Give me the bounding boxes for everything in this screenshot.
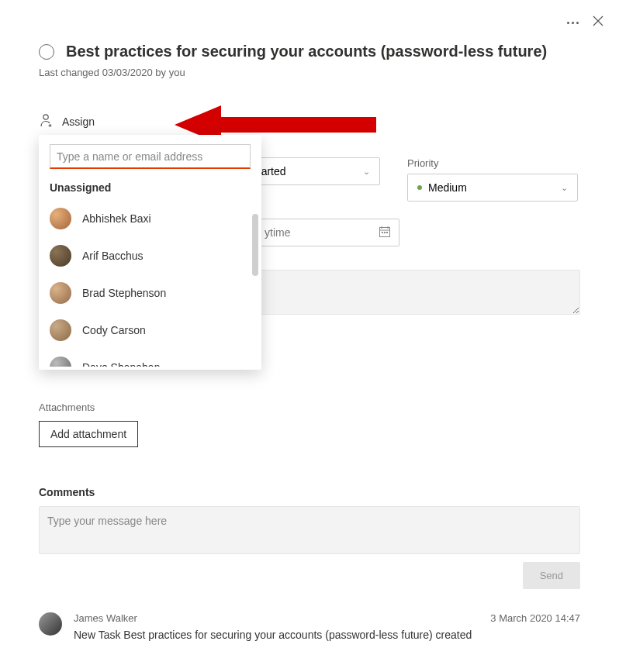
- assign-person-item[interactable]: Arif Bacchus: [39, 237, 261, 274]
- person-name: Cody Carson: [82, 324, 146, 336]
- task-title: Best practices for securing your account…: [66, 43, 547, 60]
- svg-rect-5: [386, 232, 388, 233]
- svg-rect-3: [382, 232, 383, 233]
- comment-text: New Task Best practices for securing you…: [74, 629, 580, 641]
- more-actions-button[interactable]: [567, 22, 579, 24]
- assign-button[interactable]: Assign: [39, 109, 95, 134]
- complete-toggle[interactable]: [39, 44, 54, 60]
- comment-item: James Walker 3 March 2020 14:47 New Task…: [39, 612, 580, 641]
- priority-select[interactable]: Medium ⌄: [407, 174, 578, 202]
- priority-dot-icon: [417, 185, 422, 190]
- scrollbar[interactable]: [252, 214, 258, 276]
- avatar: [50, 282, 71, 304]
- avatar: [39, 612, 62, 636]
- due-date-picker[interactable]: ytime: [256, 219, 399, 246]
- person-name: Brad Stephenson: [82, 287, 166, 299]
- chevron-down-icon: ⌄: [561, 183, 568, 193]
- svg-point-0: [43, 115, 48, 119]
- assign-people-list: Abhishek Baxi Arif Bacchus Brad Stephens…: [39, 200, 261, 367]
- assign-person-item[interactable]: Cody Carson: [39, 312, 261, 349]
- person-add-icon: [39, 112, 54, 131]
- assign-search-input[interactable]: [50, 144, 251, 169]
- comments-label: Comments: [39, 486, 580, 498]
- assign-person-item[interactable]: Dave Shanahan: [39, 349, 261, 367]
- chevron-down-icon: ⌄: [363, 167, 370, 177]
- assign-label: Assign: [62, 115, 95, 128]
- comment-input[interactable]: [47, 515, 572, 539]
- assign-unassigned-header: Unassigned: [39, 175, 261, 200]
- avatar: [50, 357, 71, 367]
- assign-person-item[interactable]: Brad Stephenson: [39, 274, 261, 312]
- due-date-value: ytime: [265, 226, 371, 239]
- title-row: Best practices for securing your account…: [39, 43, 580, 60]
- assign-person-item[interactable]: Abhishek Baxi: [39, 200, 261, 237]
- person-name: Dave Shanahan: [82, 361, 160, 367]
- avatar: [50, 319, 71, 341]
- priority-label: Priority: [407, 157, 578, 169]
- priority-value: Medium: [428, 181, 467, 194]
- avatar: [50, 208, 71, 229]
- assign-dropdown: Unassigned Abhishek Baxi Arif Bacchus Br…: [39, 135, 261, 370]
- add-attachment-button[interactable]: Add attachment: [39, 421, 138, 447]
- send-button[interactable]: Send: [523, 562, 580, 589]
- close-button[interactable]: [593, 16, 603, 29]
- svg-rect-4: [384, 232, 386, 233]
- last-changed-text: Last changed 03/03/2020 by you: [39, 67, 580, 78]
- calendar-icon: [379, 226, 391, 240]
- comment-time: 3 March 2020 14:47: [490, 612, 580, 624]
- avatar: [50, 245, 71, 267]
- attachments-label: Attachments: [39, 401, 580, 413]
- person-name: Abhishek Baxi: [82, 212, 151, 225]
- person-name: Arif Bacchus: [82, 250, 144, 262]
- comment-author: James Walker: [74, 612, 137, 624]
